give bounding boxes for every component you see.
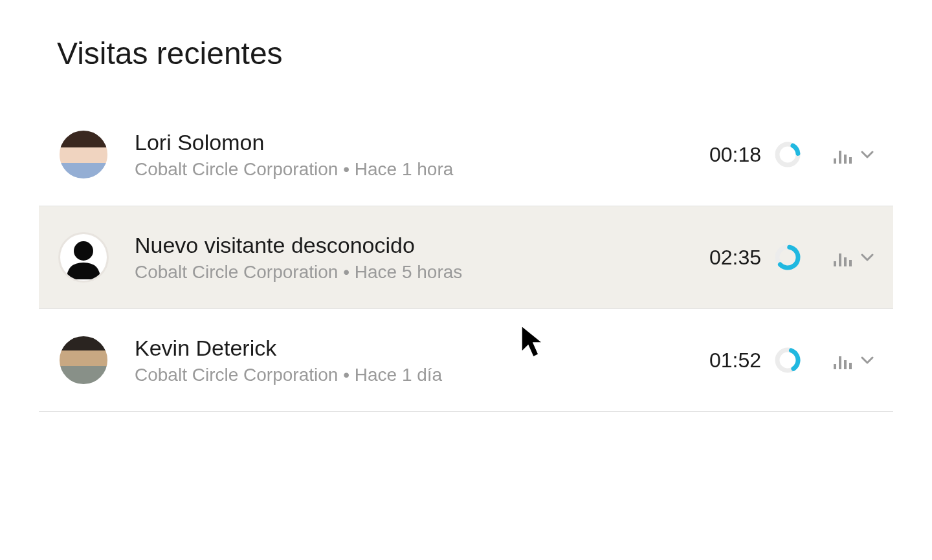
visit-duration: 01:52	[696, 349, 761, 372]
visitor-company: Cobalt Circle Corporation	[135, 262, 338, 282]
meta-separator: •	[343, 365, 355, 385]
bars-icon	[834, 145, 853, 164]
visit-duration: 02:35	[696, 246, 761, 270]
person-silhouette-icon	[61, 235, 105, 279]
progress-ring-icon	[774, 244, 801, 271]
visit-list: Lori Solomon Cobalt Circle Corporation •…	[39, 103, 893, 412]
chevron-down-icon	[861, 253, 874, 261]
svg-rect-16	[839, 356, 841, 369]
svg-point-6	[74, 241, 93, 261]
svg-rect-17	[844, 360, 847, 369]
visitor-name: Kevin Deterick	[135, 336, 696, 361]
bars-icon	[834, 248, 853, 266]
visit-info: Lori Solomon Cobalt Circle Corporation •…	[135, 130, 696, 180]
svg-rect-4	[844, 155, 847, 164]
svg-rect-18	[849, 363, 852, 369]
visitor-company: Cobalt Circle Corporation	[135, 365, 338, 385]
visit-info: Kevin Deterick Cobalt Circle Corporation…	[135, 336, 696, 385]
visit-duration: 00:18	[696, 143, 761, 167]
visitor-time-ago: Hace 5 horas	[355, 262, 463, 282]
svg-rect-2	[834, 158, 836, 164]
progress-ring-icon	[774, 347, 801, 374]
visit-row[interactable]: Kevin Deterick Cobalt Circle Corporation…	[39, 309, 893, 412]
meta-separator: •	[343, 262, 355, 282]
meta-separator: •	[343, 159, 355, 179]
svg-rect-5	[849, 157, 852, 164]
visitor-name: Nuevo visitante desconocido	[135, 233, 696, 258]
visit-row[interactable]: Nuevo visitante desconocido Cobalt Circl…	[39, 206, 893, 309]
svg-rect-10	[839, 253, 841, 266]
avatar	[58, 335, 109, 385]
svg-rect-9	[834, 261, 836, 266]
avatar	[58, 232, 109, 283]
expand-action[interactable]	[834, 351, 874, 369]
page-title: Visitas recientes	[57, 36, 893, 71]
visitor-time-ago: Hace 1 día	[355, 365, 442, 385]
expand-action[interactable]	[834, 145, 874, 164]
visitor-name: Lori Solomon	[135, 130, 696, 155]
expand-action[interactable]	[834, 248, 874, 266]
visitor-company: Cobalt Circle Corporation	[135, 159, 338, 179]
visit-row[interactable]: Lori Solomon Cobalt Circle Corporation •…	[39, 103, 893, 206]
svg-rect-3	[839, 151, 841, 164]
chevron-down-icon	[861, 356, 874, 364]
visitor-meta: Cobalt Circle Corporation • Hace 1 hora	[135, 159, 696, 180]
bars-icon	[834, 351, 853, 369]
svg-rect-12	[849, 260, 852, 266]
avatar	[58, 129, 109, 180]
svg-rect-15	[834, 364, 836, 369]
progress-ring-icon	[774, 141, 801, 168]
visitor-time-ago: Hace 1 hora	[355, 159, 454, 179]
visitor-meta: Cobalt Circle Corporation • Hace 5 horas	[135, 262, 696, 283]
chevron-down-icon	[861, 151, 874, 158]
visitor-meta: Cobalt Circle Corporation • Hace 1 día	[135, 365, 696, 385]
svg-rect-11	[844, 257, 847, 266]
visit-info: Nuevo visitante desconocido Cobalt Circl…	[135, 233, 696, 283]
